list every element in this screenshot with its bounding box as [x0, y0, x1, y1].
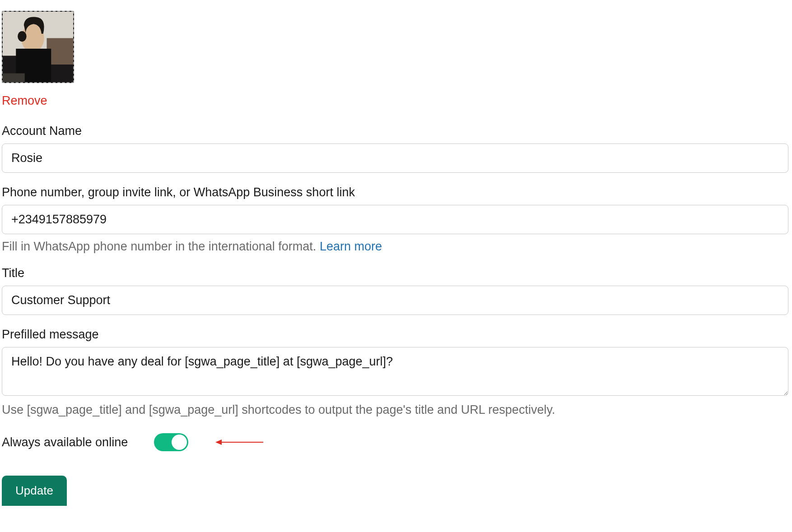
phone-helper-prefix: Fill in WhatsApp phone number in the int…	[2, 240, 320, 253]
svg-rect-6	[3, 74, 25, 83]
phone-helper-text: Fill in WhatsApp phone number in the int…	[2, 240, 788, 254]
always-online-toggle[interactable]	[154, 433, 188, 451]
prefilled-helper-text: Use [sgwa_page_title] and [sgwa_page_url…	[2, 403, 788, 417]
avatar-image	[3, 12, 73, 82]
avatar-image-container[interactable]	[2, 11, 74, 83]
always-online-label: Always available online	[2, 435, 128, 449]
arrow-indicator-icon	[214, 438, 264, 447]
prefilled-textarea[interactable]	[2, 347, 788, 396]
title-label: Title	[2, 266, 788, 280]
update-button[interactable]: Update	[2, 476, 67, 506]
svg-point-5	[18, 31, 27, 42]
phone-label: Phone number, group invite link, or What…	[2, 185, 788, 199]
learn-more-link[interactable]: Learn more	[320, 240, 382, 253]
account-name-label: Account Name	[2, 124, 788, 138]
account-name-input[interactable]	[2, 143, 788, 173]
phone-input[interactable]	[2, 205, 788, 234]
title-input[interactable]	[2, 286, 788, 315]
toggle-knob	[172, 435, 187, 450]
prefilled-label: Prefilled message	[2, 328, 788, 342]
remove-avatar-link[interactable]: Remove	[2, 94, 47, 108]
svg-marker-8	[215, 439, 222, 445]
